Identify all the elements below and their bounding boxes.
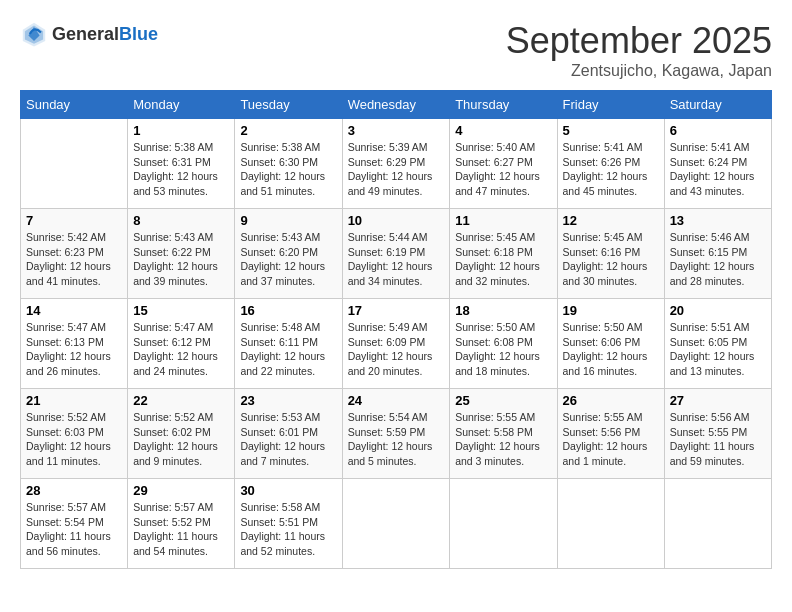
calendar-cell: 28 Sunrise: 5:57 AM Sunset: 5:54 PM Dayl… xyxy=(21,479,128,569)
calendar-cell xyxy=(450,479,557,569)
sunset-text: Sunset: 6:18 PM xyxy=(455,246,533,258)
daylight-text: Daylight: 12 hours and 32 minutes. xyxy=(455,260,540,287)
calendar-cell: 7 Sunrise: 5:42 AM Sunset: 6:23 PM Dayli… xyxy=(21,209,128,299)
cell-content: Sunrise: 5:48 AM Sunset: 6:11 PM Dayligh… xyxy=(240,320,336,379)
sunset-text: Sunset: 5:54 PM xyxy=(26,516,104,528)
daylight-text: Daylight: 12 hours and 51 minutes. xyxy=(240,170,325,197)
cell-content: Sunrise: 5:40 AM Sunset: 6:27 PM Dayligh… xyxy=(455,140,551,199)
calendar-cell: 10 Sunrise: 5:44 AM Sunset: 6:19 PM Dayl… xyxy=(342,209,450,299)
calendar-cell: 17 Sunrise: 5:49 AM Sunset: 6:09 PM Dayl… xyxy=(342,299,450,389)
cell-content: Sunrise: 5:42 AM Sunset: 6:23 PM Dayligh… xyxy=(26,230,122,289)
calendar-cell: 25 Sunrise: 5:55 AM Sunset: 5:58 PM Dayl… xyxy=(450,389,557,479)
sunset-text: Sunset: 5:52 PM xyxy=(133,516,211,528)
cell-content: Sunrise: 5:44 AM Sunset: 6:19 PM Dayligh… xyxy=(348,230,445,289)
cell-content: Sunrise: 5:55 AM Sunset: 5:58 PM Dayligh… xyxy=(455,410,551,469)
day-number: 2 xyxy=(240,123,336,138)
calendar-cell: 22 Sunrise: 5:52 AM Sunset: 6:02 PM Dayl… xyxy=(128,389,235,479)
daylight-text: Daylight: 12 hours and 47 minutes. xyxy=(455,170,540,197)
calendar-cell: 27 Sunrise: 5:56 AM Sunset: 5:55 PM Dayl… xyxy=(664,389,771,479)
sunset-text: Sunset: 6:23 PM xyxy=(26,246,104,258)
cell-content: Sunrise: 5:57 AM Sunset: 5:52 PM Dayligh… xyxy=(133,500,229,559)
cell-content: Sunrise: 5:52 AM Sunset: 6:03 PM Dayligh… xyxy=(26,410,122,469)
sunrise-text: Sunrise: 5:43 AM xyxy=(240,231,320,243)
sunrise-text: Sunrise: 5:56 AM xyxy=(670,411,750,423)
daylight-text: Daylight: 12 hours and 26 minutes. xyxy=(26,350,111,377)
sunrise-text: Sunrise: 5:45 AM xyxy=(455,231,535,243)
daylight-text: Daylight: 12 hours and 28 minutes. xyxy=(670,260,755,287)
calendar-week-row: 21 Sunrise: 5:52 AM Sunset: 6:03 PM Dayl… xyxy=(21,389,772,479)
calendar-cell xyxy=(21,119,128,209)
day-number: 21 xyxy=(26,393,122,408)
cell-content: Sunrise: 5:41 AM Sunset: 6:26 PM Dayligh… xyxy=(563,140,659,199)
generalblue-logo-icon xyxy=(20,20,48,48)
calendar-cell: 4 Sunrise: 5:40 AM Sunset: 6:27 PM Dayli… xyxy=(450,119,557,209)
sunset-text: Sunset: 5:59 PM xyxy=(348,426,426,438)
sunset-text: Sunset: 6:31 PM xyxy=(133,156,211,168)
day-number: 24 xyxy=(348,393,445,408)
sunset-text: Sunset: 6:26 PM xyxy=(563,156,641,168)
day-number: 13 xyxy=(670,213,766,228)
weekday-header-saturday: Saturday xyxy=(664,91,771,119)
calendar-cell: 5 Sunrise: 5:41 AM Sunset: 6:26 PM Dayli… xyxy=(557,119,664,209)
sunrise-text: Sunrise: 5:49 AM xyxy=(348,321,428,333)
calendar-week-row: 14 Sunrise: 5:47 AM Sunset: 6:13 PM Dayl… xyxy=(21,299,772,389)
sunrise-text: Sunrise: 5:57 AM xyxy=(133,501,213,513)
sunrise-text: Sunrise: 5:51 AM xyxy=(670,321,750,333)
daylight-text: Daylight: 12 hours and 9 minutes. xyxy=(133,440,218,467)
day-number: 5 xyxy=(563,123,659,138)
calendar-cell: 12 Sunrise: 5:45 AM Sunset: 6:16 PM Dayl… xyxy=(557,209,664,299)
sunrise-text: Sunrise: 5:38 AM xyxy=(133,141,213,153)
day-number: 14 xyxy=(26,303,122,318)
daylight-text: Daylight: 11 hours and 54 minutes. xyxy=(133,530,218,557)
sunrise-text: Sunrise: 5:39 AM xyxy=(348,141,428,153)
sunrise-text: Sunrise: 5:55 AM xyxy=(455,411,535,423)
sunset-text: Sunset: 6:19 PM xyxy=(348,246,426,258)
calendar-cell: 13 Sunrise: 5:46 AM Sunset: 6:15 PM Dayl… xyxy=(664,209,771,299)
calendar-cell: 1 Sunrise: 5:38 AM Sunset: 6:31 PM Dayli… xyxy=(128,119,235,209)
day-number: 16 xyxy=(240,303,336,318)
calendar-cell: 3 Sunrise: 5:39 AM Sunset: 6:29 PM Dayli… xyxy=(342,119,450,209)
calendar-cell: 8 Sunrise: 5:43 AM Sunset: 6:22 PM Dayli… xyxy=(128,209,235,299)
sunset-text: Sunset: 6:05 PM xyxy=(670,336,748,348)
sunrise-text: Sunrise: 5:44 AM xyxy=(348,231,428,243)
month-title: September 2025 xyxy=(506,20,772,62)
daylight-text: Daylight: 12 hours and 39 minutes. xyxy=(133,260,218,287)
calendar-cell xyxy=(664,479,771,569)
sunset-text: Sunset: 6:02 PM xyxy=(133,426,211,438)
sunrise-text: Sunrise: 5:47 AM xyxy=(133,321,213,333)
daylight-text: Daylight: 12 hours and 24 minutes. xyxy=(133,350,218,377)
daylight-text: Daylight: 12 hours and 3 minutes. xyxy=(455,440,540,467)
sunrise-text: Sunrise: 5:42 AM xyxy=(26,231,106,243)
day-number: 10 xyxy=(348,213,445,228)
calendar-cell: 19 Sunrise: 5:50 AM Sunset: 6:06 PM Dayl… xyxy=(557,299,664,389)
cell-content: Sunrise: 5:55 AM Sunset: 5:56 PM Dayligh… xyxy=(563,410,659,469)
daylight-text: Daylight: 12 hours and 53 minutes. xyxy=(133,170,218,197)
weekday-header-wednesday: Wednesday xyxy=(342,91,450,119)
calendar-cell: 26 Sunrise: 5:55 AM Sunset: 5:56 PM Dayl… xyxy=(557,389,664,479)
sunrise-text: Sunrise: 5:40 AM xyxy=(455,141,535,153)
sunrise-text: Sunrise: 5:45 AM xyxy=(563,231,643,243)
sunset-text: Sunset: 6:20 PM xyxy=(240,246,318,258)
cell-content: Sunrise: 5:47 AM Sunset: 6:12 PM Dayligh… xyxy=(133,320,229,379)
calendar-cell: 14 Sunrise: 5:47 AM Sunset: 6:13 PM Dayl… xyxy=(21,299,128,389)
day-number: 11 xyxy=(455,213,551,228)
daylight-text: Daylight: 12 hours and 20 minutes. xyxy=(348,350,433,377)
cell-content: Sunrise: 5:47 AM Sunset: 6:13 PM Dayligh… xyxy=(26,320,122,379)
cell-content: Sunrise: 5:49 AM Sunset: 6:09 PM Dayligh… xyxy=(348,320,445,379)
daylight-text: Daylight: 12 hours and 18 minutes. xyxy=(455,350,540,377)
logo-blue: Blue xyxy=(119,24,158,44)
calendar-cell: 29 Sunrise: 5:57 AM Sunset: 5:52 PM Dayl… xyxy=(128,479,235,569)
calendar-cell: 18 Sunrise: 5:50 AM Sunset: 6:08 PM Dayl… xyxy=(450,299,557,389)
daylight-text: Daylight: 12 hours and 37 minutes. xyxy=(240,260,325,287)
daylight-text: Daylight: 12 hours and 34 minutes. xyxy=(348,260,433,287)
daylight-text: Daylight: 12 hours and 16 minutes. xyxy=(563,350,648,377)
page-header: GeneralBlue September 2025 Zentsujicho, … xyxy=(20,20,772,80)
sunrise-text: Sunrise: 5:57 AM xyxy=(26,501,106,513)
cell-content: Sunrise: 5:51 AM Sunset: 6:05 PM Dayligh… xyxy=(670,320,766,379)
calendar-cell: 16 Sunrise: 5:48 AM Sunset: 6:11 PM Dayl… xyxy=(235,299,342,389)
sunrise-text: Sunrise: 5:52 AM xyxy=(133,411,213,423)
calendar-cell: 6 Sunrise: 5:41 AM Sunset: 6:24 PM Dayli… xyxy=(664,119,771,209)
sunset-text: Sunset: 5:56 PM xyxy=(563,426,641,438)
day-number: 1 xyxy=(133,123,229,138)
calendar-cell: 11 Sunrise: 5:45 AM Sunset: 6:18 PM Dayl… xyxy=(450,209,557,299)
